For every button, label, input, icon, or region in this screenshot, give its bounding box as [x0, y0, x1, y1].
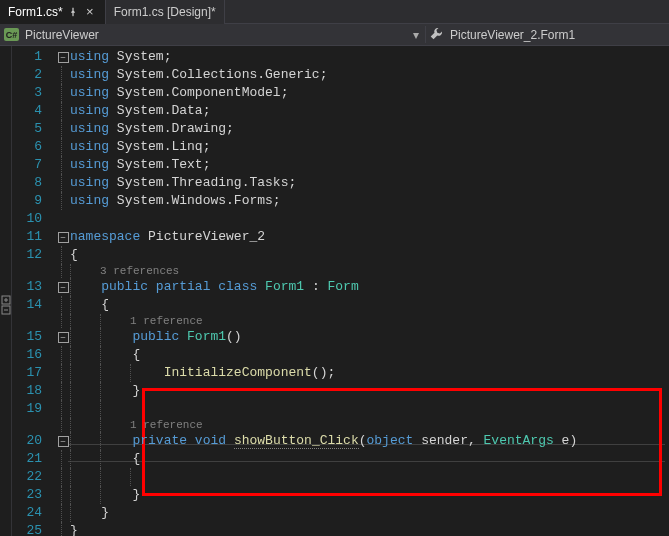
tab-bar: Form1.cs* × Form1.cs [Design]* — [0, 0, 669, 24]
close-icon[interactable]: × — [83, 5, 97, 19]
line-number: 1 — [12, 48, 56, 66]
tab-label: Form1.cs [Design]* — [114, 5, 216, 19]
wrench-icon — [430, 26, 444, 43]
fold-toggle[interactable]: − — [58, 436, 69, 447]
codelens-handler[interactable]: 1 reference — [70, 419, 203, 431]
tab-form1-designer[interactable]: Form1.cs [Design]* — [106, 0, 225, 24]
nav-class-dropdown[interactable]: PictureViewer_2.Form1 — [425, 26, 669, 43]
codelens-ctor[interactable]: 1 reference — [70, 315, 203, 327]
tab-label: Form1.cs* — [8, 5, 63, 19]
code-editor[interactable]: 1−using System; 2using System.Collection… — [0, 46, 669, 536]
navigation-bar: C# PictureViewer ▾ PictureViewer_2.Form1 — [0, 24, 669, 46]
nav-project-label: PictureViewer — [25, 28, 99, 42]
chevron-down-icon: ▾ — [407, 28, 425, 42]
csharp-icon: C# — [4, 28, 19, 41]
fold-toggle[interactable]: − — [58, 282, 69, 293]
tab-form1-cs[interactable]: Form1.cs* × — [0, 0, 106, 24]
outlining-toggle-icon[interactable] — [1, 295, 11, 315]
pin-icon[interactable] — [68, 7, 78, 17]
nav-project-dropdown[interactable]: C# PictureViewer ▾ — [0, 28, 425, 42]
fold-toggle[interactable]: − — [58, 52, 69, 63]
codelens-class[interactable]: 3 references — [70, 265, 179, 277]
fold-toggle[interactable]: − — [58, 232, 69, 243]
nav-class-label: PictureViewer_2.Form1 — [450, 28, 575, 42]
editor-margin — [0, 46, 12, 536]
fold-toggle[interactable]: − — [58, 332, 69, 343]
